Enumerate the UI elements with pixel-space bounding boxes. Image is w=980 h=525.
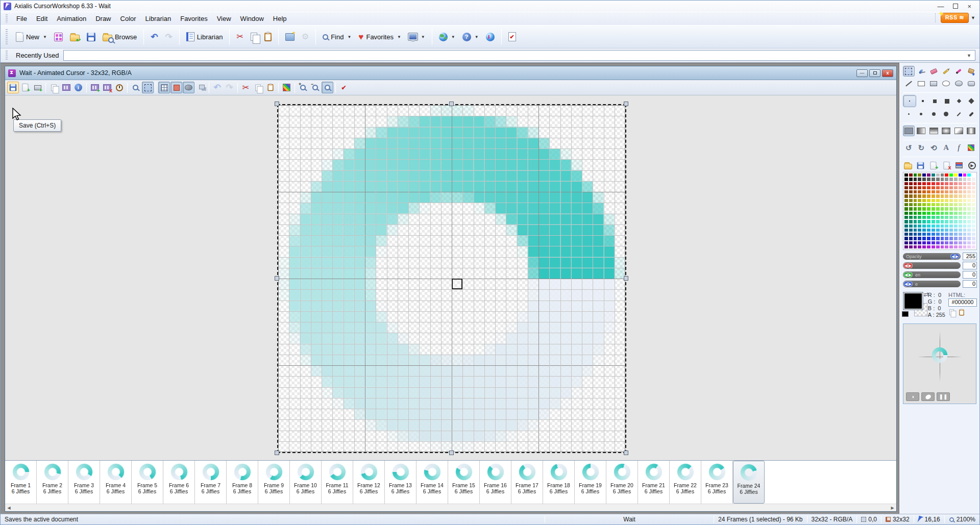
- palette-color-cell[interactable]: [909, 228, 913, 232]
- find-button[interactable]: Find▼: [320, 31, 354, 43]
- menu-favorites[interactable]: Favorites: [176, 13, 212, 24]
- menu-librarian[interactable]: Librarian: [141, 13, 176, 24]
- palette-color-cell[interactable]: [922, 224, 926, 228]
- palette-color-cell[interactable]: [926, 224, 931, 228]
- palette-color-cell[interactable]: [944, 219, 949, 223]
- palette-color-cell[interactable]: [909, 186, 913, 190]
- palette-color-cell[interactable]: [953, 173, 958, 177]
- palette-color-cell[interactable]: [917, 173, 922, 177]
- chevron-down-icon[interactable]: ▼: [347, 35, 351, 39]
- brush-size-slash-2[interactable]: [966, 109, 977, 119]
- frame-item-13[interactable]: Frame 136 Jiffies: [385, 461, 416, 504]
- close-button[interactable]: ×: [967, 3, 971, 10]
- palette-color-cell[interactable]: [926, 232, 931, 236]
- palette-list-button[interactable]: [954, 161, 964, 170]
- blue-value[interactable]: 0: [963, 280, 977, 288]
- palette-color-cell[interactable]: [917, 236, 922, 240]
- doc-save-button[interactable]: [7, 82, 19, 93]
- preview-contrast-button[interactable]: ◑: [906, 392, 919, 401]
- verify-button[interactable]: [505, 30, 519, 44]
- palette-color-cell[interactable]: [958, 219, 963, 223]
- duplicate-frame-button[interactable]: [48, 82, 60, 93]
- palette-color-cell[interactable]: [940, 207, 945, 211]
- palette-color-cell[interactable]: [953, 241, 958, 245]
- palette-color-cell[interactable]: [944, 177, 949, 181]
- palette-color-cell[interactable]: [971, 211, 976, 215]
- palette-color-cell[interactable]: [926, 211, 931, 215]
- palette-color-cell[interactable]: [953, 215, 958, 219]
- frame-item-22[interactable]: Frame 226 Jiffies: [670, 461, 701, 504]
- blue-slider[interactable]: e ◀▶: [903, 281, 961, 287]
- tool-brush[interactable]: [953, 66, 965, 77]
- palette-color-cell[interactable]: [953, 177, 958, 181]
- palette-color-cell[interactable]: [940, 236, 945, 240]
- frame-item-23[interactable]: Frame 236 Jiffies: [701, 461, 733, 504]
- tool-eraser[interactable]: [928, 66, 940, 77]
- palette-color-cell[interactable]: [909, 245, 913, 249]
- palette-color-cell[interactable]: [949, 219, 953, 223]
- palette-color-cell[interactable]: [909, 190, 913, 194]
- palette-color-cell[interactable]: [936, 236, 940, 240]
- preview-pause-button[interactable]: ❚❚: [937, 392, 950, 401]
- palette-color-cell[interactable]: [936, 198, 940, 203]
- palette-color-cell[interactable]: [944, 245, 949, 249]
- palette-grid-button[interactable]: [966, 142, 977, 153]
- palette-color-cell[interactable]: [936, 241, 940, 245]
- palette-color-cell[interactable]: [953, 236, 958, 240]
- palette-color-cell[interactable]: [944, 224, 949, 228]
- palette-color-cell[interactable]: [953, 228, 958, 232]
- frame-item-18[interactable]: Frame 186 Jiffies: [543, 461, 575, 504]
- palette-color-cell[interactable]: [931, 228, 936, 232]
- palette-color-cell[interactable]: [909, 198, 913, 203]
- palette-color-cell[interactable]: [936, 232, 940, 236]
- fill-style-vertical-gradient[interactable]: [928, 126, 940, 136]
- chevron-down-icon[interactable]: ▼: [43, 35, 47, 39]
- palette-color-cell[interactable]: [917, 194, 922, 198]
- palette-color-cell[interactable]: [958, 232, 963, 236]
- palette-color-cell[interactable]: [909, 173, 913, 177]
- brush-size-square-2[interactable]: [929, 96, 941, 107]
- palette-color-cell[interactable]: [931, 198, 936, 203]
- palette-color-cell[interactable]: [958, 207, 963, 211]
- palette-color-cell[interactable]: [958, 215, 963, 219]
- hotspot-marker[interactable]: [452, 279, 462, 289]
- commit-button[interactable]: ✔: [338, 82, 350, 93]
- show-checkerboard-button[interactable]: [170, 82, 182, 93]
- menu-edit[interactable]: Edit: [32, 13, 52, 24]
- palette-color-cell[interactable]: [917, 203, 922, 207]
- palette-color-cell[interactable]: [926, 190, 931, 194]
- fill-style-double-gradient[interactable]: [966, 126, 977, 136]
- fill-style-solid[interactable]: [903, 126, 915, 136]
- scroll-left-arrow[interactable]: ◀: [5, 504, 13, 511]
- palette-color-cell[interactable]: [926, 173, 931, 177]
- tool-ellipse[interactable]: [941, 78, 952, 89]
- add-color-button[interactable]: +: [928, 161, 938, 170]
- add-frame-from-file-button[interactable]: +: [32, 82, 43, 93]
- web-button[interactable]: ▼: [436, 30, 458, 44]
- palette-color-cell[interactable]: [904, 190, 909, 194]
- palette-color-cell[interactable]: [931, 211, 936, 215]
- increment-arrow[interactable]: ▶: [954, 254, 960, 259]
- palette-color-cell[interactable]: [963, 198, 967, 203]
- palette-color-cell[interactable]: [958, 203, 963, 207]
- palette-color-cell[interactable]: [971, 186, 976, 190]
- palette-color-cell[interactable]: [963, 182, 967, 186]
- copy-button[interactable]: [248, 30, 260, 43]
- palette-color-cell[interactable]: [904, 177, 909, 181]
- palette-color-cell[interactable]: [909, 194, 913, 198]
- frame-item-15[interactable]: Frame 156 Jiffies: [448, 461, 480, 504]
- tool-eyedropper[interactable]: [916, 66, 927, 77]
- document-title-bar[interactable]: Wait - Animated Cursor - 32x32, RGB/A — …: [5, 66, 896, 80]
- palette-color-cell[interactable]: [909, 215, 913, 219]
- favorites-button[interactable]: ♥Favorites▼: [355, 31, 404, 43]
- frame-item-1[interactable]: Frame 16 Jiffies: [5, 461, 37, 504]
- palette-color-cell[interactable]: [936, 177, 940, 181]
- palette-color-cell[interactable]: [971, 236, 976, 240]
- palette-color-cell[interactable]: [940, 241, 945, 245]
- palette-color-cell[interactable]: [944, 236, 949, 240]
- palette-color-cell[interactable]: [904, 241, 909, 245]
- doc-close-button[interactable]: x: [882, 69, 893, 77]
- palette-color-cell[interactable]: [909, 211, 913, 215]
- palette-color-cell[interactable]: [958, 190, 963, 194]
- palette-color-cell[interactable]: [963, 215, 967, 219]
